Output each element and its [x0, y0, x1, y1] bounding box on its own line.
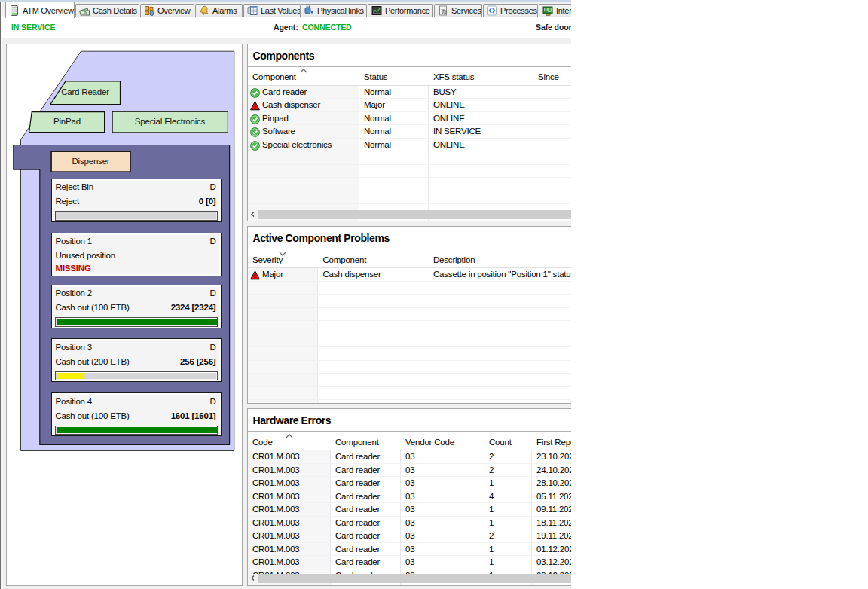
tab-overview[interactable]: Overview: [140, 4, 194, 18]
header-since[interactable]: Since: [538, 70, 559, 84]
cassette-position-3[interactable]: Position 3DCash out (200 ETB)256 [256]: [51, 338, 222, 382]
sort-ascending-icon: [286, 434, 293, 438]
table-row[interactable]: CR01.M.003Card reader03103.12.2024: [248, 556, 572, 569]
active-problems-title: Active Component Problems: [248, 227, 572, 249]
table-row[interactable]: MajorCash dispenserCassette in position …: [248, 268, 572, 282]
header-xfs-status[interactable]: XFS status: [433, 70, 474, 84]
cell: 03: [405, 556, 414, 569]
tab-atm-overview[interactable]: ATM Overview: [5, 2, 75, 18]
tab-label: Processes: [500, 6, 537, 15]
cell: Card reader: [335, 490, 380, 504]
cassette-type: Cash out (100 ETB): [56, 302, 130, 313]
cell: 2: [489, 464, 494, 478]
tab-physical-links[interactable]: Physical links: [300, 4, 367, 18]
components-hscrollbar[interactable]: [249, 210, 572, 219]
table-row-empty: [248, 282, 572, 295]
cassette-count: 1601 [1601]: [171, 410, 216, 422]
header-status[interactable]: Status: [364, 70, 387, 84]
tab-interfaces[interactable]: Interfaces: [539, 4, 571, 18]
cassette-missing-status: MISSING: [56, 263, 91, 274]
components-rows: Card readerNormalBUSYCash dispenserMajor…: [248, 86, 572, 209]
tab-services[interactable]: Services: [434, 4, 482, 18]
tab-label: ATM Overview: [23, 6, 74, 15]
table-row-empty: [248, 204, 572, 209]
cassette-fill-bar: [55, 371, 219, 381]
cassette-name: Position 1: [56, 236, 93, 247]
performance-icon: [371, 5, 383, 17]
table-row[interactable]: CR01.M.003Card reader03224.10.2024: [248, 464, 572, 478]
cassette-position-4[interactable]: Position 4DCash out (100 ETB)1601 [1601]: [51, 392, 222, 436]
cassette-slot: D: [209, 342, 215, 353]
table-row[interactable]: Cash dispenserMajorONLINE: [248, 99, 572, 112]
table-row[interactable]: CR01.M.003Card reader03109.11.2024: [248, 503, 572, 517]
header-count[interactable]: Count: [489, 435, 512, 449]
header-first-reported[interactable]: First Reported: [536, 435, 571, 449]
cassette-slot: D: [209, 182, 215, 193]
cassette-name: Position 4: [56, 396, 93, 407]
table-row[interactable]: PinpadNormalONLINE: [248, 112, 572, 126]
cassette-position-2[interactable]: Position 2DCash out (100 ETB)2324 [2324]: [51, 285, 222, 328]
cell: Cassette in position "Position 1" status: [433, 268, 571, 282]
cell: 09.11.2024: [536, 503, 571, 517]
cell: CR01.M.003: [252, 529, 300, 543]
header-component[interactable]: Component: [252, 70, 296, 84]
cell: 4: [489, 490, 494, 504]
cassette-position-1[interactable]: Position 1DUnused positionMISSING: [51, 233, 222, 276]
hardware-hscrollbar[interactable]: [249, 574, 572, 583]
table-row[interactable]: Special electronicsNormalONLINE: [248, 139, 572, 152]
tab-last-values[interactable]: Last Values: [243, 4, 301, 18]
tab-alarms[interactable]: Alarms: [195, 4, 243, 18]
cassette-fill-level: [57, 319, 219, 325]
cell: BUSY: [433, 86, 457, 99]
cassette-line1: Reject BinD: [56, 182, 216, 193]
alarms-icon: [198, 5, 210, 17]
cassette-reject-bin[interactable]: Reject BinDReject0 [0]: [51, 179, 222, 222]
table-row[interactable]: SoftwareNormalIN SERVICE: [248, 125, 572, 139]
table-row-empty: [248, 334, 572, 348]
tab-cash-details[interactable]: Cash Details: [75, 4, 139, 18]
cassette-line1: Position 4D: [56, 396, 216, 407]
hardware-errors-panel: Hardware Errors Code Component Vendor Co…: [247, 408, 572, 586]
tab-performance[interactable]: Performance: [368, 4, 433, 18]
table-row[interactable]: CR01.M.003Card reader03405.11.2024: [248, 490, 572, 504]
table-row[interactable]: Card readerNormalBUSY: [248, 86, 572, 99]
table-row[interactable]: CR01.M.003Card reader03101.12.2024: [248, 543, 572, 557]
tab-label: Physical links: [317, 6, 364, 15]
table-row[interactable]: CR01.M.003Card reader03219.11.2024: [248, 529, 572, 543]
cassette-count: 0 [0]: [199, 196, 216, 207]
cell: Card reader: [335, 450, 380, 464]
scroll-left-button[interactable]: [249, 574, 258, 583]
cell: CR01.M.003: [252, 503, 300, 517]
cassette-line1: Position 1D: [56, 236, 216, 247]
table-row[interactable]: CR01.M.003Card reader03118.11.2024: [248, 517, 572, 530]
pinpad-label: PinPad: [30, 117, 104, 126]
cell: 05.11.2024: [536, 490, 571, 504]
header-code[interactable]: Code: [252, 435, 273, 449]
table-row-empty: [248, 191, 572, 205]
header-component[interactable]: Component: [323, 253, 367, 267]
header-description[interactable]: Description: [433, 253, 475, 267]
cassette-slot: D: [209, 236, 215, 247]
cassette-name: Reject Bin: [56, 182, 93, 193]
table-row[interactable]: CR01.M.003Card reader03128.10.2024: [248, 477, 572, 490]
tab-processes[interactable]: Processes: [483, 4, 538, 18]
table-row[interactable]: CR01.M.003Card reader03223.10.2024: [248, 450, 572, 464]
special-electronics-label: Special Electronics: [112, 117, 228, 126]
scrollbar-thumb[interactable]: [258, 574, 572, 583]
processes-icon: [486, 5, 498, 17]
table-row-empty: [248, 308, 572, 322]
active-problems-panel: Active Component Problems Severity Compo…: [247, 226, 572, 404]
scroll-left-button[interactable]: [249, 210, 258, 219]
header-component[interactable]: Component: [335, 435, 379, 449]
atm-overview-icon: [8, 5, 20, 17]
tab-label: Services: [451, 6, 481, 15]
cell: Normal: [364, 125, 391, 139]
cell: Major: [262, 268, 283, 282]
cell: Card reader: [335, 556, 380, 569]
header-vendor-code[interactable]: Vendor Code: [405, 435, 454, 449]
ok-icon: [250, 127, 260, 136]
table-row-empty: [248, 400, 572, 403]
scrollbar-thumb[interactable]: [258, 210, 572, 219]
cell: 03: [405, 517, 414, 530]
interfaces-icon: [542, 5, 554, 17]
